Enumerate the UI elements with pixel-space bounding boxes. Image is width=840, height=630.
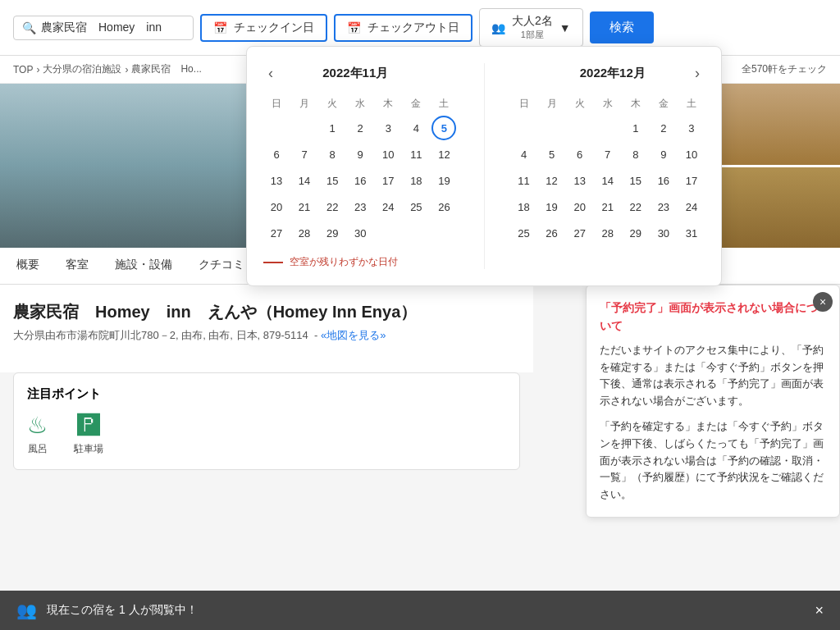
- dec-day-26[interactable]: 26: [540, 221, 564, 245]
- breadcrumb-level2[interactable]: 大分県の宿泊施設: [43, 62, 121, 76]
- dec-day-16[interactable]: 16: [651, 168, 676, 193]
- tab-overview[interactable]: 概要: [13, 248, 43, 284]
- nov-day-15[interactable]: 15: [320, 168, 345, 193]
- dec-day-6[interactable]: 6: [568, 142, 592, 167]
- dow-sat-dec: 土: [678, 94, 705, 114]
- notification-body2: 「予約を確定する」または「今すぐ予約」ボタンを押下後、しばらくたっても「予約完了…: [600, 418, 826, 504]
- dec-day-8[interactable]: 8: [623, 142, 648, 167]
- nov-day-26[interactable]: 26: [431, 194, 456, 219]
- property-info: 農家民宿 Homey inn えんや（Homey Inn Enya） 大分県由布…: [0, 285, 533, 372]
- dow-thu: 木: [375, 94, 401, 114]
- dec-day-5[interactable]: 5: [540, 142, 564, 167]
- check-all-link[interactable]: 全570軒をチェック: [742, 62, 827, 76]
- dec-day-25[interactable]: 25: [512, 221, 536, 245]
- dec-grid: 日 月 火 水 木 金 土 1 2 3 4 5 6 7 8: [511, 94, 705, 245]
- nov-day-30[interactable]: 30: [348, 221, 372, 245]
- dec-day-4[interactable]: 4: [512, 142, 536, 167]
- nov-day-8[interactable]: 8: [320, 142, 345, 167]
- dec-day-1[interactable]: 1: [623, 116, 648, 140]
- nov-day-13[interactable]: 13: [264, 168, 289, 193]
- dec-day-22[interactable]: 22: [623, 194, 648, 219]
- nov-day-14[interactable]: 14: [292, 168, 317, 193]
- bottom-bar-close-button[interactable]: ×: [815, 602, 824, 619]
- tab-facilities[interactable]: 施設・設備: [112, 248, 176, 284]
- content-area: 農家民宿 Homey inn えんや（Homey Inn Enya） 大分県由布…: [0, 285, 840, 613]
- dec-day-23[interactable]: 23: [651, 194, 676, 219]
- checkin-button[interactable]: 📅 チェックイン日: [200, 14, 327, 42]
- nov-day-18[interactable]: 18: [404, 168, 428, 193]
- tab-reviews[interactable]: クチコミ: [195, 248, 248, 284]
- next-month-button[interactable]: ›: [690, 63, 705, 84]
- nov-day-27[interactable]: 27: [264, 221, 289, 245]
- dec-day-9[interactable]: 9: [651, 142, 676, 167]
- nov-day-23[interactable]: 23: [348, 194, 372, 219]
- bath-icon: ♨: [27, 412, 48, 439]
- nov-day-1[interactable]: 1: [320, 116, 345, 140]
- nov-day-24[interactable]: 24: [376, 194, 400, 219]
- search-input[interactable]: [41, 21, 172, 34]
- nov-day-17[interactable]: 17: [376, 168, 400, 193]
- nov-day-2[interactable]: 2: [348, 116, 372, 140]
- nov-day-3[interactable]: 3: [376, 116, 400, 140]
- dec-day-24[interactable]: 24: [679, 194, 704, 219]
- nov-title: 2022年11月: [322, 66, 388, 81]
- nov-day-25[interactable]: 25: [404, 194, 428, 219]
- dec-day-11[interactable]: 11: [512, 168, 536, 193]
- dec-day-2[interactable]: 2: [651, 116, 676, 140]
- dow-wed-dec: 水: [595, 94, 621, 114]
- nov-day-6[interactable]: 6: [264, 142, 289, 167]
- nov-day-19[interactable]: 19: [431, 168, 456, 193]
- nov-day-10[interactable]: 10: [376, 142, 400, 167]
- property-address: 大分県由布市湯布院町川北780－2, 由布, 由布, 日本, 879-5114 …: [13, 328, 520, 343]
- nov-day-11[interactable]: 11: [404, 142, 428, 167]
- nov-day-28[interactable]: 28: [292, 221, 317, 245]
- dec-day-10[interactable]: 10: [679, 142, 704, 167]
- notification-close-button[interactable]: ×: [813, 292, 833, 312]
- prev-month-button[interactable]: ‹: [263, 63, 278, 84]
- nov-day-12[interactable]: 12: [431, 142, 456, 167]
- guests-button[interactable]: 👥 大人2名 1部屋 ▼: [479, 8, 583, 47]
- search-button[interactable]: 検索: [590, 11, 654, 43]
- breadcrumb-top[interactable]: TOP: [13, 64, 33, 75]
- checkout-button[interactable]: 📅 チェックアウト日: [334, 14, 472, 42]
- dec-day-13[interactable]: 13: [568, 168, 592, 193]
- dec-day-30[interactable]: 30: [651, 221, 676, 245]
- dec-day-17[interactable]: 17: [679, 168, 704, 193]
- dec-day-19[interactable]: 19: [540, 194, 564, 219]
- dec-day-15[interactable]: 15: [623, 168, 648, 193]
- calendar-december: 2022年12月 › 日 月 火 水 木 金 土 1 2 3 4: [511, 63, 705, 269]
- nov-day-9[interactable]: 9: [348, 142, 372, 167]
- dec-day-20[interactable]: 20: [568, 194, 592, 219]
- dec-day-7[interactable]: 7: [596, 142, 620, 167]
- search-box[interactable]: 🔍: [13, 16, 194, 40]
- dec-day-21[interactable]: 21: [596, 194, 620, 219]
- nov-day-empty: [264, 116, 289, 140]
- dec-day-14[interactable]: 14: [596, 168, 620, 193]
- nov-day-7[interactable]: 7: [292, 142, 317, 167]
- dow-fri: 金: [403, 94, 429, 114]
- calendar-divider: [484, 63, 485, 269]
- nov-grid: 日 月 火 水 木 金 土 1 2 3 4 5 6 7 8 9 10: [263, 94, 458, 245]
- dow-mon: 月: [291, 94, 317, 114]
- dec-day-29[interactable]: 29: [623, 221, 648, 245]
- map-link[interactable]: «地図を見る»: [321, 329, 386, 341]
- nov-day-22[interactable]: 22: [320, 194, 345, 219]
- nov-day-5[interactable]: 5: [431, 116, 456, 140]
- dec-day-3[interactable]: 3: [679, 116, 704, 140]
- nov-day-4[interactable]: 4: [404, 116, 428, 140]
- dow-tue: 火: [319, 94, 345, 114]
- nov-day-empty: [376, 221, 400, 245]
- dec-day-28[interactable]: 28: [596, 221, 620, 245]
- dow-sun: 日: [263, 94, 290, 114]
- dec-day-12[interactable]: 12: [540, 168, 564, 193]
- calendar-november: ‹ 2022年11月 日 月 火 水 木 金 土 1 2 3 4 5: [263, 63, 458, 269]
- nov-day-21[interactable]: 21: [292, 194, 317, 219]
- bottom-bar-text: 現在この宿を 1 人が閲覧中！: [47, 603, 198, 618]
- dec-day-27[interactable]: 27: [568, 221, 592, 245]
- dec-day-18[interactable]: 18: [512, 194, 536, 219]
- tab-rooms[interactable]: 客室: [62, 248, 92, 284]
- nov-day-29[interactable]: 29: [320, 221, 345, 245]
- nov-day-16[interactable]: 16: [348, 168, 372, 193]
- nov-day-20[interactable]: 20: [264, 194, 289, 219]
- dec-day-31[interactable]: 31: [679, 221, 704, 245]
